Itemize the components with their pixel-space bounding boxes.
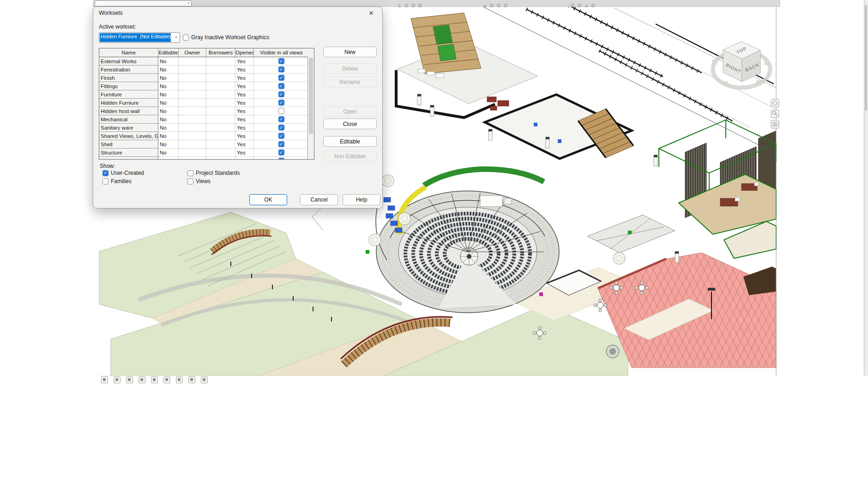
table-row[interactable]: Sanitary wareNoYes✓ [99,124,314,132]
visible-checkbox[interactable]: ✓ [278,125,284,131]
close-button[interactable]: Close [323,119,377,129]
gray-inactive-checkbox-row[interactable]: ✓ Gray Inactive Workset Graphics [183,34,269,41]
worksets-dialog: Worksets ✕ Active workset: Hidden Furniu… [93,6,383,208]
sun-path-icon[interactable] [139,376,145,383]
shadows-icon[interactable] [151,376,158,383]
visual-style-icon[interactable] [126,376,133,383]
ribbon-sliver: ⌄ [93,0,780,7]
scale-icon[interactable] [101,376,108,383]
editable-button[interactable]: Editable [323,136,377,147]
ok-button[interactable]: OK [249,194,287,205]
viewcube[interactable]: TOP RIGHT BACK [712,42,770,88]
dialog-title: Worksets [99,10,123,16]
visible-checkbox[interactable]: ✓ [278,75,284,81]
ribbon-icon[interactable] [483,4,487,7]
help-button[interactable]: Help [343,194,380,205]
ribbon-icon[interactable] [418,4,422,7]
ribbon-combobox[interactable]: ⌄ [95,0,192,6]
table-scrollbar[interactable] [307,57,314,159]
active-workset-value: Hidden Furniure (Not Editable) [100,33,171,42]
new-button[interactable]: New [323,47,377,57]
ribbon-icon[interactable] [411,4,415,7]
project-standards-checkbox[interactable]: ✓ [187,170,193,176]
scrollbar-thumb[interactable] [865,5,867,111]
table-row[interactable]: FittingsNoYes✓ [99,82,314,90]
table-row[interactable]: FurnitureNoYes✓ [99,90,314,99]
user-created-checkbox-row[interactable]: ✓ User-Created [102,170,144,176]
table-row[interactable]: Shared Views, Levels, GridsNoYes✓ [99,132,314,140]
table-row[interactable]: MechanicalNoYes✓ [99,115,314,124]
families-checkbox-row[interactable]: ✓ Families [102,178,132,184]
zoom-icon[interactable] [771,110,779,118]
revit-window: TOP RIGHT BACK ⌄ [0,0,868,488]
table-row[interactable]: StructureNoYes✓ [99,149,314,157]
crop-view-icon[interactable] [163,376,170,383]
visible-checkbox[interactable]: ✓ [278,141,284,147]
open-button[interactable]: Open [323,106,377,117]
ribbon-icon[interactable] [585,4,588,7]
reveal-hidden-icon[interactable] [201,376,208,383]
active-workset-label: Active workset: [99,24,136,30]
families-checkbox[interactable]: ✓ [102,179,108,184]
visible-checkbox[interactable]: ✓ [278,158,284,160]
project-standards-checkbox-row[interactable]: ✓ Project Standards [187,170,240,176]
table-row[interactable]: FinishNoYes✓ [99,74,314,82]
table-row[interactable]: Hidden FurniureNoYes✓ [99,99,314,107]
ribbon-icon[interactable] [571,4,574,7]
visible-checkbox[interactable]: ✓ [278,91,284,97]
worksets-table: Name Editable Owner Borrowers Opened Vis… [99,48,314,160]
navigation-bar[interactable] [771,99,779,128]
visible-checkbox[interactable]: ✓ [278,133,284,139]
visible-checkbox[interactable]: ✓ [278,66,284,72]
gray-inactive-checkbox[interactable]: ✓ [183,35,189,41]
scrollbar-thumb[interactable] [309,58,313,134]
chevron-down-icon[interactable]: ⌄ [174,33,178,39]
visible-checkbox[interactable]: ✓ [278,116,284,122]
ribbon-icon[interactable] [497,4,500,7]
delete-button[interactable]: Delete [323,63,377,74]
show-label: Show: [100,163,115,169]
visible-checkbox[interactable]: ✓ [278,83,284,89]
ribbon-icon[interactable] [504,4,507,7]
view-control-bar [101,376,213,384]
views-checkbox[interactable]: ✓ [187,179,193,184]
table-row[interactable]: Hidden host wallNoYes✓ [99,107,314,115]
table-row[interactable]: FenestrationNoYes✓ [99,65,314,74]
table-row[interactable]: Workset1NoYes✓ [99,157,314,160]
table-row[interactable]: External WorksNoYes✓ [99,57,314,65]
visible-checkbox[interactable]: ✓ [278,58,284,64]
ribbon-icon-cluster [571,1,598,9]
panel-scrollbar[interactable] [864,0,868,376]
ribbon-icon[interactable] [404,4,408,7]
temporary-hide-icon[interactable] [188,376,195,383]
close-icon[interactable]: ✕ [365,8,378,18]
table-header: Name Editable Owner Borrowers Opened Vis… [99,48,314,57]
visible-checkbox[interactable]: ✓ [278,108,284,114]
rename-button[interactable]: Rename [323,77,377,87]
green-rooms [659,120,776,258]
ribbon-icon[interactable] [578,4,581,7]
chevron-down-icon: ⌄ [187,0,190,5]
ribbon-icon-cluster [398,1,425,9]
gray-inactive-label: Gray Inactive Workset Graphics [191,34,269,41]
visible-checkbox[interactable]: ✓ [278,100,284,106]
crop-region-icon[interactable] [176,376,183,383]
ribbon-icon[interactable] [490,4,494,7]
table-row[interactable]: ShellNoYes✓ [99,140,314,149]
detail-level-icon[interactable] [114,376,121,383]
cancel-button[interactable]: Cancel [300,194,338,205]
views-checkbox-row[interactable]: ✓ Views [187,178,211,184]
active-workset-dropdown[interactable]: Hidden Furniure (Not Editable) ⌄ [99,32,180,43]
visible-checkbox[interactable]: ✓ [278,149,284,155]
ribbon-icon[interactable] [591,4,595,7]
ribbon-icon-cluster [483,1,511,9]
ribbon-icon[interactable] [398,4,401,7]
auditorium [366,169,559,313]
non-editable-button[interactable]: Non Editable [323,151,377,161]
user-created-checkbox[interactable]: ✓ [102,170,108,176]
steering-wheel-icon[interactable] [771,99,779,107]
